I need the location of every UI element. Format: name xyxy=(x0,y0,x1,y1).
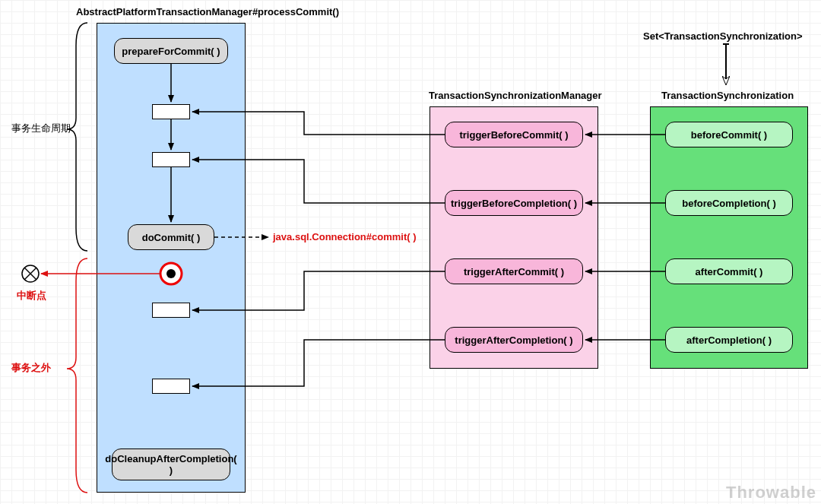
watermark: Throwable xyxy=(726,483,816,502)
green-item-0: beforeCommit( ) xyxy=(665,122,793,147)
green-item-3: afterCompletion( ) xyxy=(665,327,793,353)
set-label: Set<TransactionSynchronization> xyxy=(643,30,803,42)
step-box-3 xyxy=(152,303,190,318)
label-lifecycle: 事务生命周期 xyxy=(11,122,71,135)
node-label: triggerAfterCompletion( ) xyxy=(455,334,572,346)
node-label: triggerBeforeCommit( ) xyxy=(459,129,568,141)
pink-title: TransactionSynchronizationManager xyxy=(429,90,602,101)
node-do-cleanup: doCleanupAfterCompletion( ) xyxy=(112,449,230,480)
pink-item-2: triggerAfterCommit( ) xyxy=(445,258,583,284)
blue-container xyxy=(97,23,246,493)
node-label: beforeCompletion( ) xyxy=(682,198,776,209)
node-label: afterCompletion( ) xyxy=(686,334,772,346)
commit-note: java.sql.Connection#commit( ) xyxy=(273,231,417,242)
node-label: doCleanupAfterCompletion( ) xyxy=(105,453,236,476)
node-label: triggerAfterCommit( ) xyxy=(464,266,564,277)
node-label: afterCommit( ) xyxy=(696,266,763,277)
pink-item-3: triggerAfterCompletion( ) xyxy=(445,327,583,353)
label-outside: 事务之外 xyxy=(11,361,51,375)
node-label: beforeCommit( ) xyxy=(691,129,767,141)
diagram-title: AbstractPlatformTransactionManager#proce… xyxy=(76,6,339,17)
node-label: triggerBeforeCompletion( ) xyxy=(451,198,577,209)
pink-item-0: triggerBeforeCommit( ) xyxy=(445,122,583,147)
node-do-commit: doCommit( ) xyxy=(128,224,214,250)
step-box-4 xyxy=(152,379,190,394)
node-prepare-for-commit: prepareForCommit( ) xyxy=(114,38,228,64)
step-box-1 xyxy=(152,104,190,119)
node-label: prepareForCommit( ) xyxy=(122,46,220,57)
node-label: doCommit( ) xyxy=(142,232,201,243)
green-item-2: afterCommit( ) xyxy=(665,258,793,284)
green-title: TransactionSynchronization xyxy=(661,90,794,101)
green-item-1: beforeCompletion( ) xyxy=(665,190,793,216)
label-breakpoint: 中断点 xyxy=(17,289,46,303)
step-box-2 xyxy=(152,152,190,167)
pink-item-1: triggerBeforeCompletion( ) xyxy=(445,190,583,216)
